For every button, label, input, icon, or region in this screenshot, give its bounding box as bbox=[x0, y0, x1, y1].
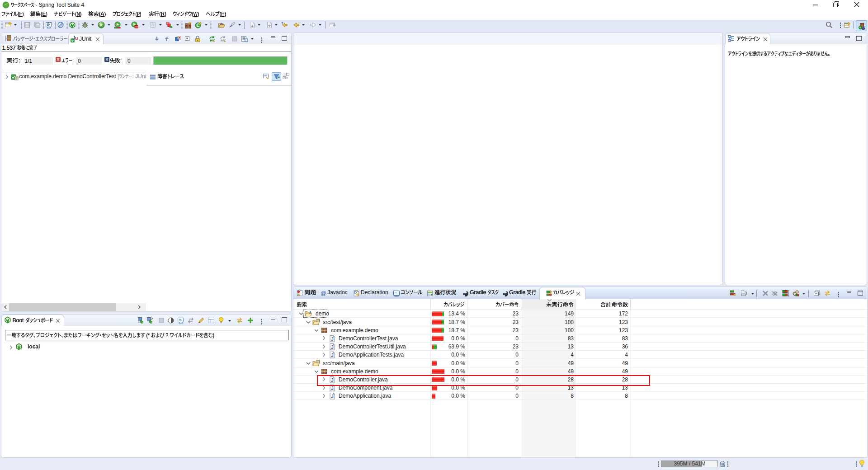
svg-text:C: C bbox=[196, 23, 199, 28]
svg-text:J: J bbox=[331, 344, 334, 350]
svg-text:u: u bbox=[75, 35, 78, 41]
svg-text:J: J bbox=[331, 336, 334, 341]
svg-text:J: J bbox=[864, 23, 865, 28]
svg-text:J: J bbox=[331, 385, 334, 391]
svg-text:J: J bbox=[331, 394, 334, 399]
svg-text:J: J bbox=[331, 352, 334, 358]
svg-text:@: @ bbox=[321, 290, 326, 296]
